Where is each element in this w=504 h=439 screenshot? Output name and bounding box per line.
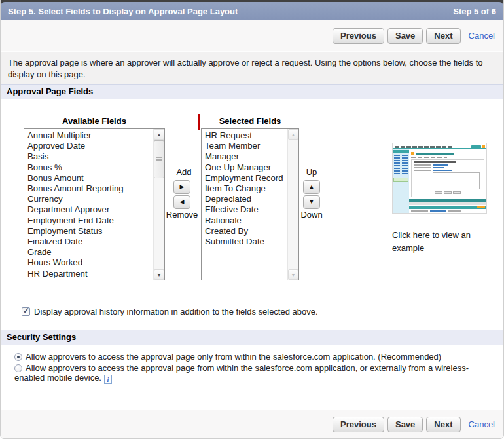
move-down-button[interactable]: ▼ bbox=[303, 195, 320, 209]
list-option[interactable]: Bonus Amount bbox=[24, 173, 164, 183]
available-fields-label: Available Fields bbox=[24, 116, 165, 126]
list-option[interactable]: Rationale bbox=[202, 216, 298, 226]
thumb-sidebar bbox=[393, 149, 409, 214]
list-option[interactable]: Depreciated bbox=[202, 194, 298, 204]
save-button[interactable]: Save bbox=[387, 28, 423, 44]
list-option[interactable]: Manager bbox=[202, 151, 298, 162]
radio-internal-label[interactable]: Allow approvers to access the approval p… bbox=[26, 352, 441, 362]
list-option[interactable]: One Up Manager bbox=[202, 162, 298, 173]
history-checkbox[interactable]: ✓ bbox=[22, 307, 30, 316]
list-option[interactable]: Bonus Amount Reporting bbox=[24, 183, 164, 194]
down-arrow-icon: ▼ bbox=[309, 199, 315, 205]
next-button[interactable]: Next bbox=[426, 28, 460, 44]
scrollbar-thumb[interactable] bbox=[154, 140, 164, 178]
security-options: Allow approvers to access the approval p… bbox=[14, 352, 487, 385]
security-option-internal: Allow approvers to access the approval p… bbox=[14, 352, 487, 362]
up-label: Up bbox=[300, 167, 323, 177]
section-header-approval-page-fields: Approval Page Fields bbox=[1, 84, 503, 99]
previous-button[interactable]: Previous bbox=[333, 417, 384, 432]
remove-button[interactable]: ◀ bbox=[173, 195, 190, 209]
selected-scrollbar[interactable]: ▲ ▼ bbox=[287, 129, 298, 280]
history-checkbox-label[interactable]: Display approval history information in … bbox=[34, 307, 318, 316]
list-option[interactable]: Submitted Date bbox=[202, 237, 298, 247]
radio-mobile-allowed[interactable] bbox=[14, 364, 22, 372]
cancel-link[interactable]: Cancel bbox=[469, 31, 495, 41]
scroll-down-icon[interactable]: ▼ bbox=[154, 269, 164, 280]
scroll-up-icon[interactable]: ▲ bbox=[154, 129, 164, 140]
scrollbar-grip bbox=[156, 157, 162, 161]
page-description: The approval page is where an approver w… bbox=[1, 51, 503, 84]
page-title: Step 5. Select Fields to Display on Appr… bbox=[8, 7, 238, 16]
list-option[interactable]: Approved Date bbox=[24, 141, 164, 151]
add-label: Add bbox=[170, 167, 198, 177]
list-option[interactable]: Hours Worked bbox=[24, 258, 164, 268]
down-label: Down bbox=[297, 210, 327, 220]
list-option[interactable]: Basis bbox=[24, 151, 164, 162]
cancel-link[interactable]: Cancel bbox=[469, 419, 495, 429]
approval-step-page: Step 5. Select Fields to Display on Appr… bbox=[0, 0, 504, 439]
list-option[interactable]: Item To Change bbox=[202, 183, 298, 194]
list-option[interactable]: HR Department bbox=[24, 269, 164, 279]
list-option[interactable]: Currency bbox=[24, 194, 164, 204]
selected-fields-label: Selected Fields bbox=[201, 116, 299, 126]
list-option[interactable]: Employment End Date bbox=[24, 216, 164, 226]
scroll-up-icon[interactable]: ▲ bbox=[288, 129, 298, 140]
next-button[interactable]: Next bbox=[426, 417, 460, 432]
add-button[interactable]: ▶ bbox=[173, 180, 190, 194]
security-option-mobile: Allow approvers to access the approval p… bbox=[14, 363, 487, 384]
up-arrow-icon: ▲ bbox=[309, 184, 315, 190]
toolbar-bottom: Previous Save Next Cancel bbox=[1, 410, 503, 438]
available-fields-options: Annual MultiplierApproved DateBasisBonus… bbox=[24, 130, 164, 279]
step-title-bar: Step 5. Select Fields to Display on Appr… bbox=[1, 2, 503, 20]
left-arrow-icon: ◀ bbox=[180, 199, 185, 205]
selected-fields-listbox[interactable]: HR RequestTeam MemberManagerOne Up Manag… bbox=[201, 128, 299, 280]
radio-internal-only[interactable] bbox=[14, 353, 22, 361]
section-header-security-settings: Security Settings bbox=[1, 330, 503, 345]
list-option[interactable]: Bonus % bbox=[24, 162, 164, 173]
toolbar-top: Previous Save Next Cancel bbox=[1, 20, 503, 51]
list-option[interactable]: Created By bbox=[202, 226, 298, 237]
list-option[interactable]: Employment Record bbox=[202, 173, 298, 183]
step-indicator: Step 5 of 6 bbox=[453, 7, 496, 16]
thumb-tab-bar bbox=[393, 143, 486, 148]
radio-mobile-label[interactable]: Allow approvers to access the approval p… bbox=[14, 363, 469, 383]
list-option[interactable]: Department Approver bbox=[24, 204, 164, 215]
thumb-main bbox=[409, 149, 486, 214]
list-option[interactable]: Annual Multiplier bbox=[24, 130, 164, 141]
selected-fields-options: HR RequestTeam MemberManagerOne Up Manag… bbox=[202, 130, 298, 247]
view-example-link[interactable]: Click here to view an example bbox=[392, 229, 478, 255]
list-option[interactable]: HR Request bbox=[202, 130, 298, 141]
available-scrollbar[interactable]: ▲ ▼ bbox=[153, 129, 164, 280]
info-icon[interactable]: i bbox=[104, 375, 112, 384]
list-option[interactable]: Team Member bbox=[202, 141, 298, 151]
list-option[interactable]: Finalized Date bbox=[24, 237, 164, 247]
right-arrow-icon: ▶ bbox=[180, 184, 185, 190]
required-indicator bbox=[198, 114, 200, 130]
remove-label: Remove bbox=[162, 210, 202, 220]
available-fields-listbox[interactable]: Annual MultiplierApproved DateBasisBonus… bbox=[24, 128, 165, 280]
save-button[interactable]: Save bbox=[387, 417, 423, 432]
history-checkbox-row: ✓ Display approval history information i… bbox=[22, 307, 318, 316]
check-icon: ✓ bbox=[23, 306, 29, 315]
list-option[interactable]: Employment Status bbox=[24, 226, 164, 237]
list-option[interactable]: Effective Date bbox=[202, 204, 298, 215]
move-up-button[interactable]: ▲ bbox=[303, 180, 320, 194]
scroll-down-icon[interactable]: ▼ bbox=[288, 269, 298, 280]
list-option[interactable]: Grade bbox=[24, 247, 164, 258]
example-thumbnail[interactable] bbox=[392, 143, 487, 214]
previous-button[interactable]: Previous bbox=[333, 28, 384, 44]
